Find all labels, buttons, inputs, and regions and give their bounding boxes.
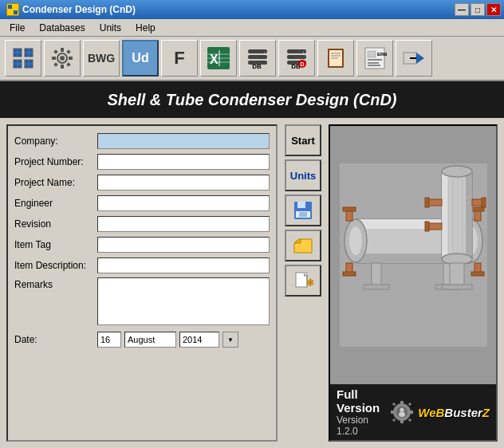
units-button[interactable]: Units (285, 159, 321, 191)
svg-rect-114 (392, 403, 396, 406)
bwg-toolbar-btn[interactable]: BWG (83, 40, 120, 77)
svg-rect-85 (372, 263, 381, 287)
menu-units[interactable]: Units (93, 21, 128, 35)
db1-toolbar-btn[interactable]: DB ↓ (239, 40, 276, 77)
db2-toolbar-btn[interactable]: DB ↑ D (278, 40, 315, 77)
app-icon (6, 3, 19, 16)
condenser-image (330, 126, 496, 384)
menu-databases[interactable]: Databases (33, 21, 91, 35)
svg-rect-59 (297, 202, 305, 208)
item-description-label: Item Description: (14, 260, 94, 271)
bwg-label: BWG (88, 52, 115, 65)
svg-marker-56 (416, 53, 424, 64)
item-description-row: Item Description: (14, 257, 270, 274)
excel-toolbar-btn[interactable]: X (200, 40, 237, 77)
svg-text:D: D (300, 61, 304, 67)
svg-rect-22 (53, 49, 58, 54)
svg-rect-101 (442, 285, 472, 289)
exit-toolbar-btn[interactable] (396, 40, 432, 77)
close-button[interactable]: ✕ (486, 3, 501, 16)
engineer-label: Engineer (14, 198, 94, 209)
save-button[interactable] (285, 195, 321, 226)
date-row: Date: ▼ (14, 332, 270, 348)
toolbar: BWG Ud F X DB ↓ DB ↑ (0, 37, 504, 81)
svg-marker-63 (294, 239, 301, 243)
item-tag-input[interactable] (97, 237, 270, 253)
main-content: Shell & Tube Condenser Design (CnD) Comp… (0, 81, 504, 448)
date-day-input[interactable] (97, 332, 121, 348)
revision-label: Revision (14, 218, 94, 230)
svg-rect-51 (368, 59, 382, 61)
svg-rect-113 (409, 411, 413, 414)
svg-rect-24 (66, 49, 71, 54)
project-name-row: Project Name: (14, 174, 270, 191)
middle-panel: Start Units (282, 124, 324, 442)
title-text: Condenser Design (CnD) (22, 4, 136, 15)
menu-help[interactable]: Help (129, 21, 162, 35)
svg-rect-116 (408, 403, 411, 406)
right-panel: Full Version Version 1.2.0 (329, 124, 498, 442)
window-controls[interactable]: — □ ✕ (455, 3, 501, 16)
settings-toolbar-btn[interactable] (44, 40, 81, 77)
left-panel: Company: Project Number: Project Name: E… (6, 124, 278, 442)
company-input[interactable] (97, 133, 270, 149)
remarks-textarea[interactable] (97, 277, 270, 325)
svg-rect-111 (400, 419, 404, 423)
menu-file[interactable]: File (3, 21, 31, 35)
svg-text:ERB: ERB (377, 52, 387, 57)
version-number-label: Version 1.2.0 (337, 415, 383, 437)
svg-rect-98 (427, 223, 442, 230)
full-version-label: Full Version (337, 387, 383, 415)
project-name-input[interactable] (97, 175, 270, 191)
open-button[interactable] (285, 230, 321, 261)
svg-rect-19 (61, 65, 64, 69)
svg-rect-20 (52, 57, 56, 60)
svg-rect-99 (425, 222, 429, 231)
date-month-input[interactable] (124, 332, 176, 348)
title-bar: Condenser Design (CnD) — □ ✕ (0, 0, 504, 19)
svg-rect-82 (471, 207, 484, 211)
svg-text:X: X (210, 53, 219, 66)
start-button[interactable]: Start (285, 124, 321, 156)
svg-rect-3 (14, 10, 18, 14)
f-toolbar-btn[interactable]: F (161, 40, 198, 77)
svg-rect-1 (14, 5, 18, 9)
svg-rect-115 (392, 419, 396, 422)
date-dropdown-button[interactable]: ▼ (222, 332, 238, 348)
ud-label: Ud (132, 51, 148, 65)
svg-point-118 (400, 408, 404, 412)
svg-rect-25 (66, 62, 71, 67)
ud-toolbar-btn[interactable]: Ud (122, 40, 159, 77)
svg-text:DB: DB (252, 63, 262, 70)
project-number-input[interactable] (97, 154, 270, 170)
svg-point-92 (442, 166, 472, 177)
grid-toolbar-btn[interactable] (5, 40, 41, 77)
svg-rect-91 (466, 171, 472, 259)
report-toolbar-btn[interactable]: ERB (356, 40, 393, 77)
form-area: Company: Project Number: Project Name: E… (0, 118, 504, 448)
revision-input[interactable] (97, 216, 270, 232)
svg-rect-23 (53, 62, 58, 67)
svg-rect-94 (427, 199, 442, 206)
project-number-label: Project Number: (14, 156, 94, 167)
app-title: Shell & Tube Condenser Design (CnD) (0, 81, 504, 118)
new-button[interactable]: ✱ (285, 265, 321, 297)
engineer-row: Engineer (14, 195, 270, 212)
date-year-input[interactable] (179, 332, 219, 348)
svg-rect-21 (69, 57, 73, 60)
svg-rect-78 (343, 207, 356, 211)
svg-text:↑: ↑ (302, 50, 305, 56)
svg-rect-18 (61, 48, 64, 52)
minimize-button[interactable]: — (455, 3, 469, 16)
svg-point-17 (60, 56, 65, 61)
svg-text:↓: ↓ (263, 50, 266, 56)
svg-rect-50 (368, 51, 376, 57)
item-description-input[interactable] (97, 257, 270, 273)
svg-point-74 (349, 226, 362, 255)
svg-rect-97 (482, 198, 486, 207)
svg-rect-61 (299, 212, 307, 217)
remarks-row: Remarks (14, 277, 270, 325)
maximize-button[interactable]: □ (471, 3, 485, 16)
engineer-input[interactable] (97, 195, 270, 211)
book-toolbar-btn[interactable] (317, 40, 354, 77)
